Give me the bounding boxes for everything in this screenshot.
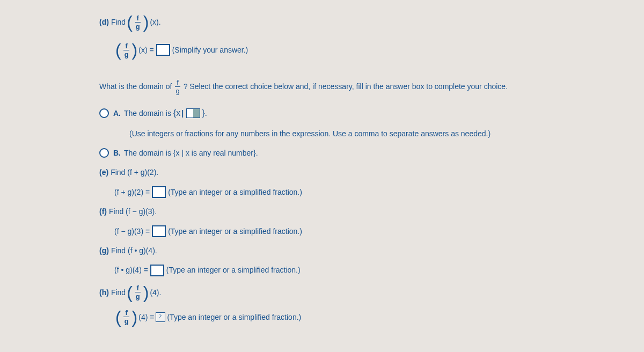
part-e-text: Find (f + g)(2). [111, 166, 158, 178]
domain-suffix: ? Select the correct choice below and, i… [184, 80, 508, 92]
radio-a[interactable] [99, 108, 109, 118]
part-g-text: Find (f • g)(4). [111, 245, 157, 256]
part-h-hint: (Type an integer or a simplified fractio… [167, 311, 301, 323]
part-h-prompt: (h) Find ( f g ) (4). [99, 284, 612, 301]
part-f-label: (f) [99, 206, 107, 217]
part-e-hint: (Type an integer or a simplified fractio… [168, 186, 302, 198]
part-d-answer-line: ( f g ) (x) = (Simplify your answer.) [114, 41, 612, 58]
part-h-input[interactable] [156, 312, 165, 322]
part-f-prompt: (f) Find (f − g)(3). [99, 206, 612, 217]
part-f-hint: (Type an integer or a simplified fractio… [168, 225, 302, 237]
part-g-input[interactable] [150, 265, 164, 276]
part-d-input[interactable] [156, 44, 170, 56]
domain-input[interactable] [186, 108, 200, 118]
part-e-expr: (f + g)(2) = [114, 186, 150, 198]
option-b[interactable]: B. The domain is {x | x is any real numb… [99, 147, 612, 159]
part-h-arg: (4). [150, 287, 161, 298]
part-g-answer: (f • g)(4) = (Type an integer or a simpl… [114, 264, 612, 276]
domain-prefix: What is the domain of [99, 80, 172, 92]
part-h-find: Find [111, 287, 126, 298]
brace-close: }. [202, 106, 207, 120]
open-paren-icon: ( [127, 13, 133, 31]
pipe-icon: | [181, 107, 184, 119]
part-f-text: Find (f − g)(3). [109, 206, 157, 217]
option-a-label: A. [113, 107, 121, 119]
part-f-answer: (f − g)(3) = (Type an integer or a simpl… [114, 225, 612, 237]
part-g-hint: (Type an integer or a simplified fractio… [166, 264, 301, 276]
part-g-prompt: (g) Find (f • g)(4). [99, 245, 612, 256]
part-g-label: (g) [99, 245, 109, 256]
arg-text: (x). [150, 16, 160, 28]
part-g-expr: (f • g)(4) = [114, 264, 148, 276]
find-text: Find [111, 16, 126, 28]
option-a-text: The domain is [124, 107, 171, 119]
part-d-label: (d) [99, 16, 109, 28]
option-a[interactable]: A. The domain is {x | }. [99, 106, 612, 120]
equals-text: (x) = [138, 44, 153, 56]
fraction-fg-2: ( f g ) [115, 41, 137, 58]
option-b-label: B. [113, 147, 121, 159]
part-e-prompt: (e) Find (f + g)(2). [99, 166, 612, 178]
part-f-expr: (f − g)(3) = [114, 225, 150, 237]
part-h-label: (h) [99, 287, 109, 298]
radio-b[interactable] [99, 148, 109, 158]
part-h-equals: (4) = [138, 311, 154, 323]
part-e-answer: (f + g)(2) = (Type an integer or a simpl… [114, 186, 612, 198]
fraction-fg-h2: ( f g ) [115, 309, 137, 326]
brace-open: {x [173, 106, 180, 120]
option-b-text: The domain is {x | x is any real number}… [124, 147, 258, 159]
option-a-hint: (Use integers or fractions for any numbe… [129, 128, 612, 140]
part-d-prompt: (d) Find ( f g ) (x). [99, 13, 612, 31]
part-e-input[interactable] [152, 186, 166, 198]
part-h-answer: ( f g ) (4) = (Type an integer or a simp… [114, 309, 612, 326]
part-f-input[interactable] [152, 225, 166, 237]
part-e-label: (e) [99, 166, 108, 178]
fraction-fg: ( f g ) [127, 13, 149, 31]
question-content: (d) Find ( f g ) (x). ( f g ) (x) = (Sim… [0, 0, 644, 344]
simplify-hint: (Simplify your answer.) [172, 44, 248, 56]
close-paren-icon: ) [143, 13, 149, 31]
domain-question: What is the domain of f g ? Select the c… [99, 79, 612, 94]
fraction-fg-h: ( f g ) [127, 284, 149, 301]
